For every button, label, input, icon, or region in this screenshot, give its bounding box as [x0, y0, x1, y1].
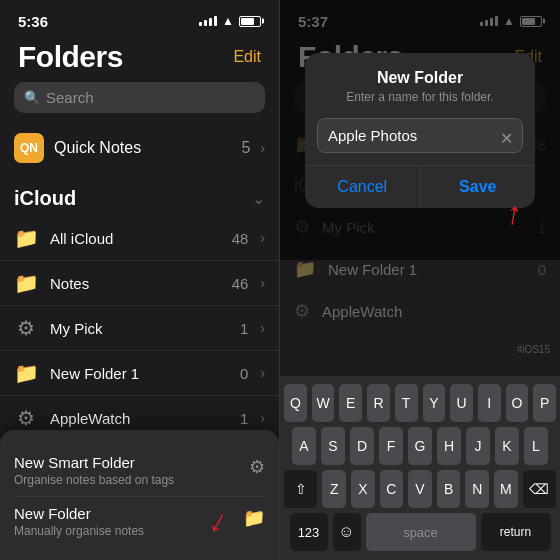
key-A[interactable]: A: [292, 427, 316, 465]
page-title-left: Folders: [18, 40, 123, 74]
key-H[interactable]: H: [437, 427, 461, 465]
left-panel: 5:36 ▲ Folders Edit 🔍 Search QN Quick No…: [0, 0, 280, 560]
popup-item-smart-folder[interactable]: New Smart Folder Organise notes based on…: [14, 446, 265, 497]
modal-input[interactable]: [317, 118, 523, 153]
popup-text-folder: New Folder Manually organise notes: [14, 505, 229, 540]
folder-label-1: Notes: [50, 275, 220, 292]
right-panel: 5:37 ▲ Folders Edit 🔍 Search 📁 All iClou…: [280, 0, 560, 560]
key-numbers[interactable]: 123: [290, 513, 328, 551]
popup-desc-folder: Manually organise notes: [14, 524, 229, 540]
key-I[interactable]: I: [478, 384, 501, 422]
folder-chevron-0: ›: [260, 230, 265, 246]
keyboard-row-3: ⇧ Z X C V B N M ⌫: [284, 470, 556, 508]
key-S[interactable]: S: [321, 427, 345, 465]
key-return[interactable]: return: [481, 513, 551, 551]
hashtag-label: #iOS15: [517, 344, 550, 355]
key-T[interactable]: T: [395, 384, 418, 422]
popup-desc-smart: Organise notes based on tags: [14, 473, 235, 489]
folder-icon-1: 📁: [14, 271, 38, 295]
folder-count-2: 1: [240, 320, 248, 337]
popup-text-smart: New Smart Folder Organise notes based on…: [14, 454, 235, 489]
popup-icon-gear: ⚙: [249, 456, 265, 478]
folder-label-0: All iCloud: [50, 230, 220, 247]
keyboard: Q W E R T Y U I O P A S D F G H J K L ⇧ …: [280, 376, 560, 560]
key-emoji[interactable]: ☺: [333, 513, 361, 551]
key-P[interactable]: P: [533, 384, 556, 422]
folder-chevron-4: ›: [260, 410, 265, 426]
icloud-chevron[interactable]: ⌄: [252, 189, 265, 208]
folder-label-4: AppleWatch: [50, 410, 228, 427]
key-backspace[interactable]: ⌫: [523, 470, 556, 508]
folder-row-notes[interactable]: 📁 Notes 46 ›: [0, 261, 279, 306]
bg-row-4: ⚙ AppleWatch: [280, 290, 560, 332]
battery-icon: [239, 16, 261, 27]
key-J[interactable]: J: [466, 427, 490, 465]
quick-notes-icon: QN: [14, 133, 44, 163]
folder-count-1: 46: [232, 275, 249, 292]
popup-title-smart: New Smart Folder: [14, 454, 235, 471]
key-V[interactable]: V: [408, 470, 432, 508]
status-icons-left: ▲: [199, 14, 261, 28]
folder-row-newfolder1[interactable]: 📁 New Folder 1 0 ›: [0, 351, 279, 396]
status-bar-left: 5:36 ▲: [0, 0, 279, 36]
key-R[interactable]: R: [367, 384, 390, 422]
clear-icon[interactable]: ✕: [500, 129, 513, 148]
folder-chevron-2: ›: [260, 320, 265, 336]
key-shift[interactable]: ⇧: [284, 470, 317, 508]
folder-icon-3: 📁: [14, 361, 38, 385]
key-L[interactable]: L: [524, 427, 548, 465]
folder-chevron-1: ›: [260, 275, 265, 291]
key-F[interactable]: F: [379, 427, 403, 465]
folder-chevron-3: ›: [260, 365, 265, 381]
folder-row-all-icloud[interactable]: 📁 All iCloud 48 ›: [0, 216, 279, 261]
folder-count-0: 48: [232, 230, 249, 247]
key-Q[interactable]: Q: [284, 384, 307, 422]
key-E[interactable]: E: [339, 384, 362, 422]
quick-notes-chevron: ›: [260, 140, 265, 156]
key-B[interactable]: B: [437, 470, 461, 508]
folder-icon-0: 📁: [14, 226, 38, 250]
gear-icon-0: ⚙: [14, 316, 38, 340]
gear-icon-1: ⚙: [14, 406, 38, 430]
folder-label-2: My Pick: [50, 320, 228, 337]
key-Y[interactable]: Y: [423, 384, 446, 422]
wifi-icon: ▲: [222, 14, 234, 28]
key-K[interactable]: K: [495, 427, 519, 465]
key-G[interactable]: G: [408, 427, 432, 465]
cancel-button[interactable]: Cancel: [305, 166, 421, 208]
search-bar-left[interactable]: 🔍 Search: [14, 82, 265, 113]
edit-button-left[interactable]: Edit: [233, 48, 261, 66]
quick-notes-row[interactable]: QN Quick Notes 5 ›: [0, 123, 279, 173]
key-D[interactable]: D: [350, 427, 374, 465]
search-icon-left: 🔍: [24, 90, 40, 105]
keyboard-row-2: A S D F G H J K L: [284, 427, 556, 465]
popup-title-folder: New Folder: [14, 505, 229, 522]
keyboard-row-4: 123 ☺ space return: [284, 513, 556, 551]
quick-notes-label: Quick Notes: [54, 139, 231, 157]
key-C[interactable]: C: [380, 470, 404, 508]
modal-box: New Folder Enter a name for this folder.…: [305, 53, 535, 208]
modal-actions: Cancel Save: [305, 165, 535, 208]
modal-subtitle: Enter a name for this folder.: [321, 90, 519, 104]
signal-icon: [199, 16, 217, 26]
modal-title: New Folder: [321, 69, 519, 87]
key-U[interactable]: U: [450, 384, 473, 422]
key-N[interactable]: N: [465, 470, 489, 508]
key-O[interactable]: O: [506, 384, 529, 422]
folder-count-3: 0: [240, 365, 248, 382]
key-space[interactable]: space: [366, 513, 476, 551]
folder-label-3: New Folder 1: [50, 365, 228, 382]
keyboard-row-1: Q W E R T Y U I O P: [284, 384, 556, 422]
key-X[interactable]: X: [351, 470, 375, 508]
modal-input-row: ✕: [305, 112, 535, 165]
header-left: Folders Edit: [0, 36, 279, 82]
folder-count-4: 1: [240, 410, 248, 427]
quick-notes-count: 5: [241, 139, 250, 157]
key-M[interactable]: M: [494, 470, 518, 508]
popup-icon-folder: 📁: [243, 507, 265, 529]
key-W[interactable]: W: [312, 384, 335, 422]
key-Z[interactable]: Z: [322, 470, 346, 508]
modal-header: New Folder Enter a name for this folder.: [305, 53, 535, 112]
time-left: 5:36: [18, 13, 48, 30]
folder-row-mypick[interactable]: ⚙ My Pick 1 ›: [0, 306, 279, 351]
